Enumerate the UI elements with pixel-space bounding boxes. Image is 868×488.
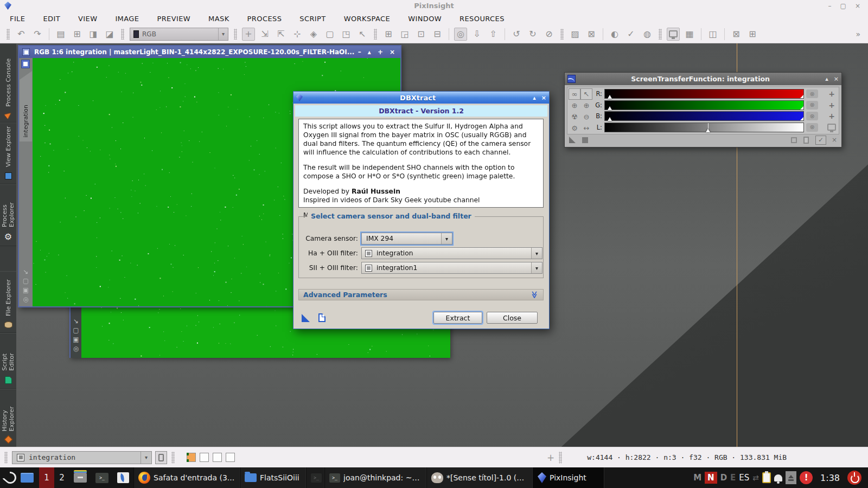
app-close-icon[interactable]: ×: [855, 2, 860, 10]
indicator-n[interactable]: N: [705, 472, 717, 484]
edit-stf-icon[interactable]: ⚙: [569, 123, 580, 134]
green-gradient-slider[interactable]: [604, 100, 804, 110]
expand-mode-icon[interactable]: ⇲: [258, 28, 271, 41]
toolbar-drag-handle[interactable]: [121, 29, 124, 40]
chevron-down-icon[interactable]: ▾: [141, 452, 151, 464]
toolbar-drag-handle[interactable]: [659, 29, 662, 40]
stf-panel[interactable]: ScreenTransferFunction: integration ▴ × …: [564, 72, 842, 147]
pointer-mode-icon[interactable]: ↖: [356, 28, 369, 41]
menu-workspace[interactable]: WORKSPACE: [344, 15, 390, 23]
edit-image-icon[interactable]: ◲: [398, 28, 411, 41]
menu-file[interactable]: FILE: [10, 15, 25, 23]
taskbar-window-gimp[interactable]: *[Sense títol]-1.0 (C...: [426, 467, 533, 488]
stf-shade-icon[interactable]: ▴: [825, 75, 828, 82]
reset-green-icon[interactable]: ⊗: [806, 101, 818, 110]
window-zoom-icon[interactable]: +: [378, 48, 383, 56]
undo-icon[interactable]: ↶: [15, 28, 28, 41]
sidebar-item-process-console[interactable]: Process Console: [0, 43, 16, 123]
workspace-3-button[interactable]: [213, 453, 222, 462]
duplicate-right-icon[interactable]: ◨: [87, 28, 100, 41]
discard-file-icon[interactable]: ⊘: [542, 28, 556, 41]
zoom-out-icon[interactable]: ⊖: [580, 111, 592, 123]
view-mode-icon[interactable]: [21, 60, 30, 68]
export-file-icon[interactable]: ⇧: [487, 28, 500, 41]
revert-file-icon[interactable]: ↺: [510, 28, 523, 41]
zoom-11-icon[interactable]: ⊕: [580, 100, 592, 111]
keyboard-layout-indicator[interactable]: ES: [739, 473, 749, 483]
view-list-button[interactable]: [155, 451, 167, 464]
chevron-down-icon[interactable]: ▾: [218, 28, 228, 40]
dialog-shade-icon[interactable]: ▴: [533, 94, 536, 101]
statusbar-drag-handle[interactable]: [559, 452, 562, 464]
alert-tray-icon[interactable]: !: [800, 471, 813, 484]
clipboard-tray-icon[interactable]: [762, 472, 771, 483]
screen-transfer-icon[interactable]: [667, 28, 680, 41]
advanced-parameters-section[interactable]: Advanced Parameters ≫: [298, 289, 544, 300]
auto-stretch-icon[interactable]: ☢: [569, 111, 580, 123]
close-workspace-icon[interactable]: ⊠: [730, 28, 743, 41]
menu-view[interactable]: VIEW: [78, 15, 97, 23]
show-mask-icon[interactable]: ▨: [569, 28, 582, 41]
reset-blue-icon[interactable]: ⊗: [806, 112, 818, 120]
target-green-icon[interactable]: +: [827, 101, 837, 110]
dbxtract-dialog[interactable]: DBXtract ▴ × DBXtract - Version 1.2 This…: [293, 91, 550, 329]
toolbar-drag-handle[interactable]: [234, 29, 237, 40]
power-button-icon[interactable]: [847, 471, 861, 485]
view-selector[interactable]: integration ▾: [12, 451, 152, 464]
menu-process[interactable]: PROCESS: [247, 15, 282, 23]
fit-window-icon[interactable]: ▢: [73, 326, 79, 334]
center-view-icon[interactable]: ◎: [23, 296, 28, 303]
apply-global-icon[interactable]: [582, 137, 588, 143]
fit-window-icon[interactable]: ▢: [23, 277, 29, 285]
desktop-2-button[interactable]: 2: [54, 467, 69, 488]
image-window-titlebar[interactable]: RGB 1:6 integration | masterLight_BIN-1_…: [19, 46, 400, 58]
reset-red-icon[interactable]: ⊗: [806, 89, 818, 98]
indicator-e[interactable]: E: [730, 473, 736, 483]
new-window-icon[interactable]: ⊞: [71, 28, 84, 41]
app-maximize-icon[interactable]: ▢: [840, 2, 846, 10]
chevron-down-icon[interactable]: ▾: [531, 262, 542, 273]
desktop-1-button[interactable]: 1: [39, 467, 54, 488]
chevron-down-icon[interactable]: ▾: [531, 248, 542, 259]
redo-icon[interactable]: ↷: [31, 28, 44, 41]
pan-mode-icon[interactable]: ◈: [307, 28, 320, 41]
zoom-in-icon[interactable]: ⊕: [569, 100, 580, 111]
link-rgb-icon[interactable]: ∞: [569, 88, 580, 100]
tab-integration[interactable]: integration: [20, 71, 32, 142]
invert-mask-icon[interactable]: ◐: [608, 28, 621, 41]
resize-corner-icon[interactable]: ↘: [23, 268, 28, 275]
workspace-1-button[interactable]: [187, 453, 196, 462]
network-tray-icon[interactable]: ⇄: [752, 473, 759, 482]
window-manager-icon[interactable]: [2, 470, 19, 486]
resize-corner-icon[interactable]: ↘: [73, 317, 79, 325]
rename-view-icon[interactable]: ▤: [54, 28, 67, 41]
sidebar-item-view-explorer[interactable]: View Explorer: [0, 123, 16, 184]
display-channel-selector[interactable]: RGB ▾: [130, 28, 228, 41]
ha-oiii-filter-select[interactable]: integration ▾: [361, 247, 542, 259]
window-minimize-icon[interactable]: –: [358, 48, 361, 56]
taskbar-window-pixinsight[interactable]: PixInsight: [533, 467, 604, 488]
enable-mask-icon[interactable]: ✓: [624, 28, 637, 41]
terminal-launcher-icon[interactable]: >_: [95, 473, 108, 483]
statusbar-drag-handle[interactable]: [4, 452, 8, 464]
scroll-mode-icon[interactable]: ↔: [580, 123, 592, 134]
browse-docs-icon[interactable]: [791, 137, 797, 143]
file-settings-icon[interactable]: ↻: [526, 28, 539, 41]
taskbar-window-terminal[interactable]: >_ joan@thinkpad: ~/...: [324, 467, 426, 488]
menu-script[interactable]: SCRIPT: [299, 15, 326, 23]
menu-preview[interactable]: PREVIEW: [157, 15, 190, 23]
copy-window-icon[interactable]: ▣: [73, 336, 79, 343]
import-file-icon[interactable]: ⇩: [470, 28, 483, 41]
shrink-mode-icon[interactable]: ⇱: [275, 28, 288, 41]
execute-icon[interactable]: ✓: [815, 136, 826, 145]
camera-sensor-select[interactable]: IMX 294 ▾: [361, 233, 452, 245]
chevron-down-icon[interactable]: ▾: [441, 233, 452, 244]
tile-windows-icon[interactable]: ⊞: [746, 28, 759, 41]
toolbar-drag-handle[interactable]: [560, 29, 564, 40]
indicator-m[interactable]: M: [693, 473, 701, 483]
file-manager-launcher-icon[interactable]: [74, 473, 87, 483]
menu-mask[interactable]: MASK: [208, 15, 229, 23]
window-shade-icon[interactable]: ▴: [368, 48, 371, 56]
new-instance-icon[interactable]: [569, 137, 576, 143]
sidebar-item-history-explorer[interactable]: History Explorer: [0, 389, 16, 447]
